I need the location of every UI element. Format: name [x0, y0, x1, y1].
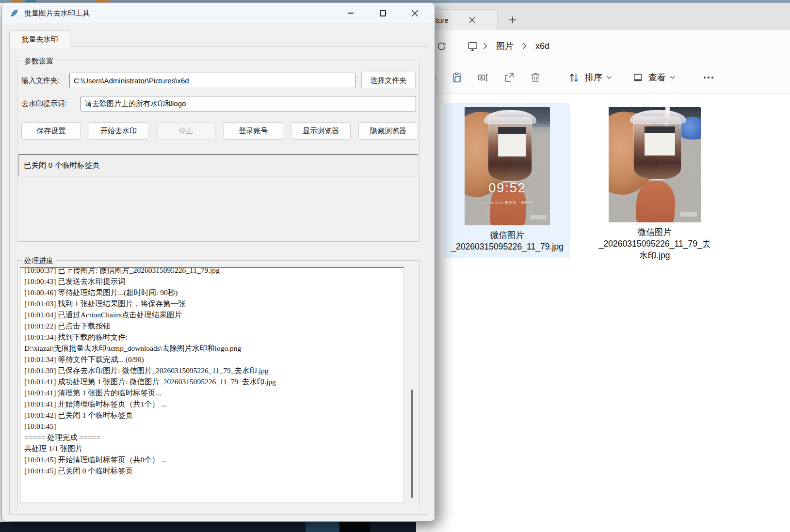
watermark-tool-window: 批量图片去水印工具 批量去水印 参数设置 输入文件夹: 选择文件夹 去水印提示词…	[1, 2, 435, 521]
show-browser-button[interactable]: 显示浏览器	[291, 122, 351, 140]
view-icon	[632, 72, 644, 83]
input-folder-field[interactable]	[69, 73, 355, 88]
notebook-tabstrip: 批量去水印	[2, 23, 435, 47]
new-tab-button[interactable]	[506, 14, 519, 26]
stop-button[interactable]: 停止	[156, 122, 216, 140]
toolbar-divider	[558, 68, 558, 87]
tab-close-icon[interactable]	[469, 17, 475, 23]
explorer-window: r\Picture 图片	[416, 3, 790, 532]
app-feather-icon	[10, 9, 18, 17]
action-button-row: 保存设置 开始去水印 停止 登录账号 显示浏览器 隐藏浏览器	[21, 122, 418, 140]
photo-time-watermark: 09:52	[465, 181, 550, 196]
photo-corner-watermark	[530, 215, 547, 219]
sort-icon	[568, 72, 580, 84]
breadcrumb-item-x6d[interactable]: x6d	[532, 39, 553, 53]
file-name: 微信图片 _20260315095226_11_79_去 水印.jpg	[592, 226, 718, 261]
explorer-toolbar: 排序 查看	[416, 62, 790, 94]
window-controls	[345, 8, 427, 18]
chevron-down-icon	[606, 76, 612, 79]
chevron-right-icon	[483, 43, 487, 49]
refresh-icon[interactable]	[436, 41, 447, 51]
file-tile-dewatermarked[interactable]: 微信图片 _20260315095226_11_79_去 水印.jpg	[592, 103, 718, 267]
file-name: 微信图片 _20260315095226_11_79.jpg	[444, 229, 570, 252]
explorer-tab-bar: r\Picture	[416, 3, 790, 30]
share-icon[interactable]	[503, 72, 515, 83]
notebook-body: 参数设置 输入文件夹: 选择文件夹 去水印提示词: 保存设置 开始去水印 停止 …	[9, 47, 428, 515]
maximize-button[interactable]	[377, 8, 388, 18]
log-scrollbar[interactable]	[408, 267, 415, 503]
progress-group: 处理进度 [10:00:37] 已上传图片: 微信图片_202603150952…	[17, 260, 419, 508]
delete-button[interactable]	[530, 72, 541, 83]
desktop-icon[interactable]	[467, 41, 478, 52]
progress-log-text: [10:00:37] 已上传图片: 微信图片_20260315095226_11…	[20, 267, 403, 477]
progress-group-label: 处理进度	[22, 256, 56, 266]
save-settings-button[interactable]: 保存设置	[21, 122, 81, 140]
sort-label: 排序	[585, 72, 602, 83]
thumbnail-dewatermarked	[609, 107, 701, 222]
window-title: 批量图片去水印工具	[24, 9, 90, 18]
close-button[interactable]	[409, 8, 420, 18]
choose-folder-button[interactable]: 选择文件夹	[361, 72, 416, 89]
input-folder-label: 输入文件夹:	[21, 76, 69, 85]
rename-button[interactable]	[477, 72, 489, 83]
prompt-row: 去水印提示词:	[21, 96, 416, 111]
status-text: 已关闭 0 个临时标签页	[24, 160, 100, 171]
taskbar-strip	[0, 522, 439, 532]
log-scrollbar-thumb[interactable]	[411, 390, 413, 498]
photo-corner-watermark	[680, 212, 697, 217]
view-button[interactable]: 查看	[632, 72, 676, 83]
explorer-navbar: 图片 x6d	[416, 30, 790, 62]
breadcrumb: 图片 x6d	[467, 38, 553, 54]
photo-cup-label	[645, 126, 675, 156]
chevron-down-icon	[670, 76, 676, 79]
folder-content: 09:52 2026/03/15 星期日 · 衡阳市 微信图片 _2026031…	[416, 94, 790, 532]
input-folder-row: 输入文件夹: 选择文件夹	[21, 72, 416, 89]
file-tile-original[interactable]: 09:52 2026/03/15 星期日 · 衡阳市 微信图片 _2026031…	[444, 103, 570, 258]
more-options-button[interactable]	[704, 77, 713, 78]
breadcrumb-item-pictures[interactable]: 图片	[492, 38, 517, 54]
title-bar: 批量图片去水印工具	[2, 3, 435, 23]
photo-cup-label	[498, 127, 526, 156]
start-dewatermark-button[interactable]: 开始去水印	[89, 122, 148, 140]
hide-browser-button[interactable]: 隐藏浏览器	[358, 122, 418, 140]
photo-date-watermark: 2026/03/15 星期日 · 衡阳市	[465, 200, 550, 205]
taskbar-segment	[339, 522, 370, 532]
taskbar-segment	[306, 522, 339, 532]
params-group-label: 参数设置	[22, 56, 56, 66]
progress-log[interactable]: [10:00:37] 已上传图片: 微信图片_20260315095226_11…	[20, 267, 404, 503]
thumbnail-original: 09:52 2026/03/15 星期日 · 衡阳市	[465, 107, 550, 225]
params-group: 参数设置 输入文件夹: 选择文件夹 去水印提示词: 保存设置 开始去水印 停止 …	[17, 61, 419, 242]
prompt-field[interactable]	[81, 96, 416, 111]
minimize-button[interactable]	[345, 8, 356, 18]
chevron-right-icon	[522, 43, 527, 49]
paste-button[interactable]	[451, 72, 463, 83]
view-label: 查看	[648, 72, 666, 83]
sort-button[interactable]: 排序	[568, 72, 612, 84]
prompt-label: 去水印提示词:	[21, 99, 81, 109]
tab-batch-dewatermark[interactable]: 批量去水印	[9, 31, 70, 48]
status-box: 已关闭 0 个临时标签页	[18, 154, 418, 176]
login-account-button[interactable]: 登录账号	[224, 122, 283, 140]
